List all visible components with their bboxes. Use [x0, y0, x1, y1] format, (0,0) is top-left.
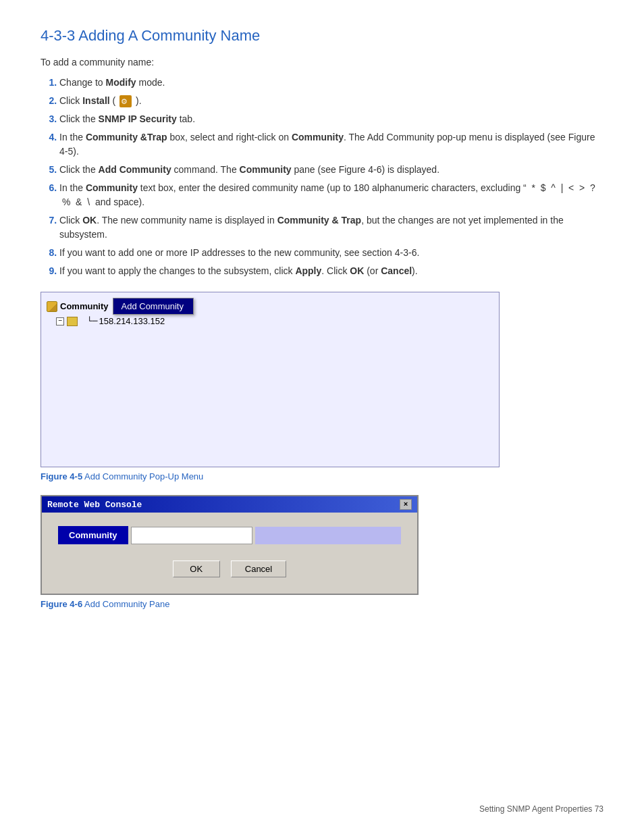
tree-container: Community Add Community − └─ 158.214.133… — [47, 298, 493, 326]
community-color-spacer — [255, 527, 402, 544]
footer-text: Setting SNMP Agent Properties 73 — [479, 804, 603, 814]
ok-button[interactable]: OK — [173, 561, 220, 577]
tree-folder-icon — [67, 317, 78, 326]
step-5-bold1: Add Community — [99, 164, 171, 175]
cancel-button[interactable]: Cancel — [231, 561, 286, 577]
dialog-body: Community OK Cancel — [42, 513, 417, 594]
expand-minus: − — [56, 317, 64, 325]
dialog-close-button[interactable]: × — [400, 499, 412, 510]
tree-root-label: Community — [60, 301, 109, 311]
ip-address-label: 158.214.133.152 — [99, 316, 165, 326]
steps-list: Change to Modify mode. Click Install ( )… — [59, 76, 603, 278]
community-row: Community — [58, 526, 401, 544]
step-1-bold: Modify — [106, 77, 136, 88]
figure-4-6-dialog: Remote Web Console × Community OK Cancel — [41, 495, 419, 595]
dialog-title-text: Remote Web Console — [47, 500, 142, 510]
page-footer: Setting SNMP Agent Properties 73 — [479, 804, 603, 814]
tree-root-row: Community Add Community — [47, 298, 493, 315]
community-tree-icon — [47, 301, 57, 312]
step-7-bold2: Community & Trap — [277, 215, 361, 226]
community-text-input[interactable] — [131, 527, 252, 544]
figure-4-5-caption: Figure 4-5 Add Community Pop-Up Menu — [41, 471, 603, 481]
step-7: Click OK. The new community name is disp… — [59, 213, 603, 242]
step-3: Click the SNMP IP Security tab. — [59, 112, 603, 126]
step-6-bold: Community — [86, 182, 138, 193]
figure-4-5-box: Community Add Community − └─ 158.214.133… — [41, 292, 500, 467]
figure-4-6-caption: Figure 4-6 Add Community Pane — [41, 599, 603, 609]
step-4-bold2: Community — [292, 132, 344, 142]
step-8: If you want to add one or more IP addres… — [59, 246, 603, 260]
step-3-bold: SNMP IP Security — [99, 113, 177, 124]
step-9-bold3: Cancel — [381, 265, 412, 276]
step-4-bold1: Community &Trap — [86, 132, 167, 142]
figure-4-6-label: Figure 4-6 — [41, 599, 82, 609]
page-title: 4-3-3 Adding A Community Name — [41, 27, 603, 45]
install-icon — [119, 95, 132, 107]
step-7-bold1: OK — [82, 215, 97, 226]
dialog-buttons-row: OK Cancel — [58, 561, 401, 577]
step-4: In the Community &Trap box, select and r… — [59, 130, 603, 159]
tree-branch-line: └─ — [87, 316, 98, 326]
community-field-label: Community — [58, 526, 128, 544]
step-1: Change to Modify mode. — [59, 76, 603, 90]
step-2-bold: Install — [82, 95, 109, 106]
popup-menu: Add Community — [113, 298, 194, 315]
figure-4-5-label: Figure 4-5 — [41, 471, 82, 481]
dialog-title-bar: Remote Web Console × — [42, 496, 417, 513]
step-6: In the Community text box, enter the des… — [59, 181, 603, 209]
step-9: If you want to apply the changes to the … — [59, 264, 603, 278]
step-5-bold2: Community — [240, 164, 292, 175]
add-community-menu-item[interactable]: Add Community — [113, 298, 193, 314]
step-9-bold2: OK — [350, 265, 364, 276]
tree-branch-container: − └─ 158.214.133.152 — [56, 316, 493, 326]
step-9-bold1: Apply — [295, 265, 321, 276]
intro-text: To add a community name: — [41, 57, 603, 68]
tree-branch-row: − └─ 158.214.133.152 — [56, 316, 493, 326]
step-2: Click Install ( ). — [59, 94, 603, 108]
step-5: Click the Add Community command. The Com… — [59, 163, 603, 177]
